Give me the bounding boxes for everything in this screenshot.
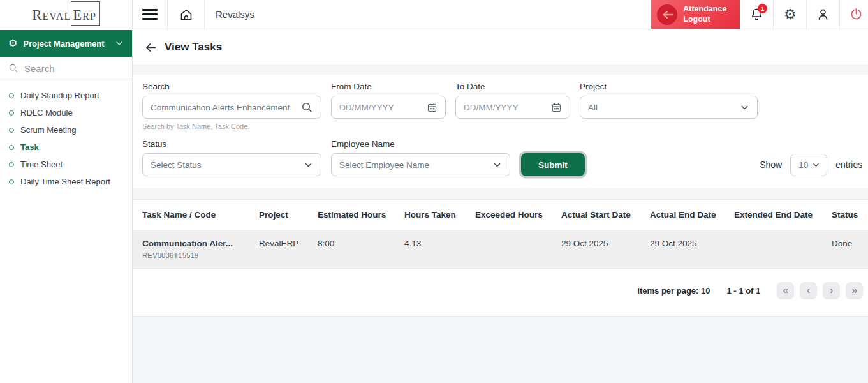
search-input[interactable] [151,103,301,112]
column-header-exceeded-hours: Exceeded Hours [475,210,561,220]
column-header-project: Project [259,210,318,220]
double-chevron-right-icon: » [851,285,857,296]
topbar-spacer [254,0,651,29]
cell-actual-start-date: 29 Oct 2025 [561,239,650,248]
chevron-down-icon [740,103,749,112]
employee-filter: Employee Name Select Employee Name [331,139,510,176]
app-name: Revalsys [205,0,254,29]
content-background [133,316,868,383]
tasks-table: Task Name / Code Project Estimated Hours… [133,199,868,316]
back-button[interactable] [144,41,158,54]
sidebar-item-time-sheet[interactable]: Time Sheet [0,156,132,173]
profile-button[interactable] [806,0,839,29]
sidebar-item-scrum-meeting[interactable]: Scrum Meeting [0,121,132,139]
sidebar-item-rdlc-module[interactable]: RDLC Module [0,104,132,121]
double-chevron-left-icon: « [783,285,788,296]
notifications-button[interactable]: 1 [740,0,773,29]
logo-row: RevalErp [0,0,132,30]
pagination-last-button[interactable]: » [846,282,863,299]
show-entries-control: Show 10 entries [760,153,863,176]
cell-project: RevalERP [259,239,318,248]
sidebar-search [0,57,132,80]
page-header: View Tasks [133,29,868,66]
project-label: Project [580,82,758,91]
menu-toggle-button[interactable] [133,0,168,29]
employee-name-select[interactable]: Select Employee Name [331,153,510,176]
pagination-previous-button[interactable]: ‹ [800,282,817,299]
task-name: Communication Aler... [142,239,254,248]
search-filter: Search Search by Task Name, Task Code. [142,82,321,130]
search-helper-text: Search by Task Name, Task Code. [142,123,321,130]
sidebar-search-input[interactable] [24,63,107,74]
chevron-right-icon: › [830,285,833,296]
cell-hours-taken: 4.13 [404,239,475,248]
from-date-input[interactable] [339,103,427,112]
from-date-field [331,96,446,119]
app-root: RevalErp ⚙ Project Management Daily Stan… [0,0,868,383]
page-size-value: 10 [798,160,808,170]
brand-logo: RevalErp [32,7,100,24]
bullet-icon [9,162,14,167]
brand-logo-reval: Reval [32,7,71,23]
project-selected-value: All [588,103,740,112]
bullet-icon [9,93,14,98]
sidebar-menu: Daily Standup Report RDLC Module Scrum M… [0,80,132,197]
column-header-status: Status [832,210,863,220]
status-filter: Status Select Status [142,139,321,176]
sidebar-item-daily-time-sheet-report[interactable]: Daily Time Sheet Report [0,173,132,190]
pagination-bar: Items per page: 10 1 - 1 of 1 « ‹ › » [133,269,868,316]
home-button[interactable] [168,0,205,29]
person-icon [816,7,830,22]
search-field [142,96,321,119]
from-date-label: From Date [331,82,446,91]
sidebar-item-daily-standup-report[interactable]: Daily Standup Report [0,87,132,104]
table-row[interactable]: Communication Aler... REV0036T15519 Reva… [133,230,868,269]
attendance-logout-icon [657,4,677,25]
pagination-buttons: « ‹ › » [777,282,863,299]
calendar-icon[interactable] [551,102,562,113]
search-icon[interactable] [301,101,313,114]
column-header-extended-end-date: Extended End Date [734,210,832,220]
page-size-select[interactable]: 10 [790,154,827,176]
column-header-estimated-hours: Estimated Hours [318,210,404,220]
pagination-first-button[interactable]: « [777,282,794,299]
employee-selected-value: Select Employee Name [339,160,492,170]
status-select[interactable]: Select Status [142,153,321,176]
notification-badge: 1 [758,4,767,13]
task-code: REV0036T15519 [142,252,254,259]
page-title: View Tasks [165,41,222,54]
power-icon [849,7,864,22]
chevron-down-icon [492,160,502,170]
topbar: Revalsys Attendance Logout [133,0,868,29]
to-date-label: To Date [455,82,570,91]
bullet-icon [9,145,14,150]
home-icon [179,7,194,22]
chevron-down-icon [115,39,124,48]
chevron-down-icon [304,160,313,170]
column-header-hours-taken: Hours Taken [404,210,475,220]
search-icon [8,63,18,73]
module-selector[interactable]: ⚙ Project Management [0,30,132,57]
attendance-logout-button[interactable]: Attendance Logout [651,0,740,29]
cell-task-name-code: Communication Aler... REV0036T15519 [142,239,259,259]
logout-power-button[interactable] [839,0,868,29]
pagination-next-button[interactable]: › [823,282,840,299]
items-per-page-value: 10 [701,286,710,296]
search-label: Search [142,82,321,91]
to-date-field [455,96,570,119]
status-selected-value: Select Status [151,160,304,170]
from-date-filter: From Date [331,82,446,119]
cell-estimated-hours: 8:00 [318,239,404,248]
bullet-icon [9,128,14,133]
attendance-logout-label: Attendance Logout [683,4,726,24]
sidebar-item-task[interactable]: Task [0,139,132,156]
settings-button[interactable]: ⚙ [773,0,806,29]
sidebar: RevalErp ⚙ Project Management Daily Stan… [0,0,133,383]
project-select[interactable]: All [580,96,758,119]
submit-button[interactable]: Submit [521,153,585,176]
to-date-input[interactable] [464,103,551,112]
column-header-task-name-code: Task Name / Code [142,210,259,220]
items-per-page-label: Items per page: 10 [637,286,710,296]
calendar-icon[interactable] [427,102,438,113]
section-divider [133,188,868,199]
